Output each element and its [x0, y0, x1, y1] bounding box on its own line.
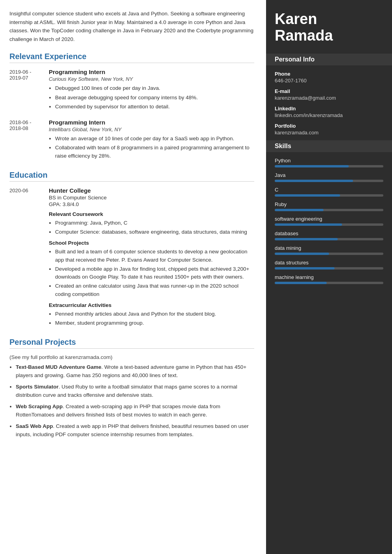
- skill-item-4: software engineering: [275, 216, 383, 226]
- skill-name: databases: [275, 231, 383, 236]
- skill-bar-bg: [275, 165, 383, 167]
- bullet: Beat average debugging speed for company…: [55, 94, 254, 102]
- project-title-3: Web Scraping App: [16, 403, 63, 409]
- exp-bullets-1: Debugged 100 lines of code per day in Ja…: [55, 84, 254, 111]
- school-projects-list: Built and led a team of 6 computer scien…: [55, 248, 254, 298]
- personal-projects-intro: (See my full portfolio at karenzramada.c…: [9, 354, 254, 360]
- project-item-2: Sports Simulator. Used Ruby to write a f…: [16, 383, 254, 400]
- project-item-4: SaaS Web App. Created a web app in PHP t…: [16, 422, 254, 439]
- exp-date-2: 2018-06 -2018-08: [9, 119, 49, 161]
- portfolio-label: Portfolio: [275, 123, 383, 129]
- school-projects-title: School Projects: [49, 240, 254, 246]
- project-item-1: Text-Based MUD Adventure Game. Wrote a t…: [16, 363, 254, 380]
- skill-bar-fill: [275, 180, 353, 182]
- email-value: karenzramada@gmail.com: [275, 95, 383, 101]
- personal-projects-title: Personal Projects: [9, 338, 254, 349]
- phone-value: 646-207-1760: [275, 78, 383, 84]
- education-item-1: 2020-06 Hunter College BS in Computer Sc…: [9, 187, 254, 329]
- skill-bar-fill: [275, 238, 338, 240]
- bullet: Commended by supervisor for attention to…: [55, 103, 254, 111]
- phone-field: Phone 646-207-1760: [275, 71, 383, 84]
- portfolio-field: Portfolio karenzramada.com: [275, 123, 383, 136]
- skill-item-5: databases: [275, 231, 383, 240]
- bullet: Wrote an average of 10 lines of code per…: [55, 135, 254, 143]
- project-item-3: Web Scraping App. Created a web-scraping…: [16, 403, 254, 419]
- skill-item-3: Ruby: [275, 201, 383, 211]
- skill-bar-fill: [275, 253, 329, 255]
- skill-item-6: data mining: [275, 245, 383, 255]
- skill-name: Java: [275, 172, 383, 178]
- email-field: E-mail karenzramada@gmail.com: [275, 88, 383, 101]
- experience-item-1: 2019-06 -2019-07 Programming Intern Curi…: [9, 69, 254, 112]
- extracurricular-title: Extracurricular Activities: [49, 302, 254, 308]
- gpa: GPA: 3.8/4.0: [49, 201, 254, 207]
- skill-bar-bg: [275, 238, 383, 240]
- exp-bullets-2: Wrote an average of 10 lines of code per…: [55, 135, 254, 160]
- project-title-2: Sports Simulator: [16, 384, 59, 390]
- skill-item-2: C: [275, 187, 383, 197]
- skills-heading: Skills: [266, 140, 392, 152]
- name-last: Ramada: [275, 28, 383, 44]
- skill-bar-bg: [275, 180, 383, 182]
- summary-text: Insightful computer science student who …: [9, 9, 254, 43]
- email-label: E-mail: [275, 88, 383, 94]
- skill-bar-fill: [275, 282, 327, 284]
- skill-bar-bg: [275, 209, 383, 211]
- phone-label: Phone: [275, 71, 383, 77]
- extracurricular-list: Penned monthly articles about Java and P…: [55, 310, 254, 327]
- experience-title: Relevant Experience: [9, 52, 254, 63]
- skill-bar-bg: [275, 223, 383, 226]
- skills-section: Python Java C Ruby software engineering: [275, 158, 383, 284]
- edu-date-1: 2020-06: [9, 187, 49, 329]
- exp-detail-1: Programming Intern Curious Key Software,…: [49, 69, 254, 112]
- skill-name: data structures: [275, 260, 383, 266]
- bullet: Debugged 100 lines of code per day in Ja…: [55, 84, 254, 92]
- skill-item-0: Python: [275, 158, 383, 167]
- skill-bar-fill: [275, 165, 349, 167]
- skill-name: Python: [275, 158, 383, 164]
- company-1: Curious Key Software, New York, NY: [49, 76, 254, 82]
- personal-projects-section: Personal Projects (See my full portfolio…: [9, 338, 254, 439]
- coursework-item: Computer Science: databases, software en…: [55, 228, 254, 236]
- project-title-1: Text-Based MUD Adventure Game: [16, 364, 102, 370]
- portfolio-value: karenzramada.com: [275, 130, 383, 136]
- left-column: Insightful computer science student who …: [0, 0, 266, 554]
- skill-bar-fill: [275, 267, 335, 270]
- personal-info-heading: Personal Info: [266, 54, 392, 65]
- edu-detail-1: Hunter College BS in Computer Science GP…: [49, 187, 254, 329]
- experience-item-2: 2018-06 -2018-08 Programming Intern Inte…: [9, 119, 254, 161]
- coursework-title: Relevant Coursework: [49, 211, 254, 217]
- linkedin-label: LinkedIn: [275, 106, 383, 112]
- school-project-item: Created an online calculator using Java …: [55, 282, 254, 298]
- skill-name: software engineering: [275, 216, 383, 222]
- project-title-4: SaaS Web App: [16, 423, 53, 429]
- exp-date-1: 2019-06 -2019-07: [9, 69, 49, 112]
- skill-bar-bg: [275, 253, 383, 255]
- right-column: Karen Ramada Personal Info Phone 646-207…: [266, 0, 392, 554]
- skill-item-8: machine learning: [275, 274, 383, 284]
- education-title: Education: [9, 171, 254, 182]
- skill-bar-fill: [275, 194, 340, 197]
- skill-bar-fill: [275, 223, 342, 226]
- skill-name: machine learning: [275, 274, 383, 280]
- bullet: Collaborated with team of 8 programmers …: [55, 144, 254, 160]
- school-project-item: Built and led a team of 6 computer scien…: [55, 248, 254, 264]
- exp-detail-2: Programming Intern Intellibars Global, N…: [49, 119, 254, 161]
- coursework-list: Programming: Java, Python, C Computer Sc…: [55, 219, 254, 236]
- name-block: Karen Ramada: [275, 11, 383, 44]
- skill-item-1: Java: [275, 172, 383, 182]
- skill-item-7: data structures: [275, 260, 383, 270]
- job-title-1: Programming Intern: [49, 69, 254, 75]
- school-name: Hunter College: [49, 187, 254, 194]
- education-section: Education 2020-06 Hunter College BS in C…: [9, 171, 254, 329]
- skill-bar-bg: [275, 282, 383, 284]
- linkedin-field: LinkedIn linkedin.com/in/karenzramada: [275, 106, 383, 118]
- skill-bar-fill: [275, 209, 324, 211]
- skill-name: data mining: [275, 245, 383, 251]
- experience-section: Relevant Experience 2019-06 -2019-07 Pro…: [9, 52, 254, 161]
- coursework-item: Programming: Java, Python, C: [55, 219, 254, 227]
- skill-bar-bg: [275, 267, 383, 270]
- skill-bar-bg: [275, 194, 383, 197]
- school-project-item: Developed a mobile app in Java for findi…: [55, 265, 254, 281]
- skill-name: Ruby: [275, 201, 383, 207]
